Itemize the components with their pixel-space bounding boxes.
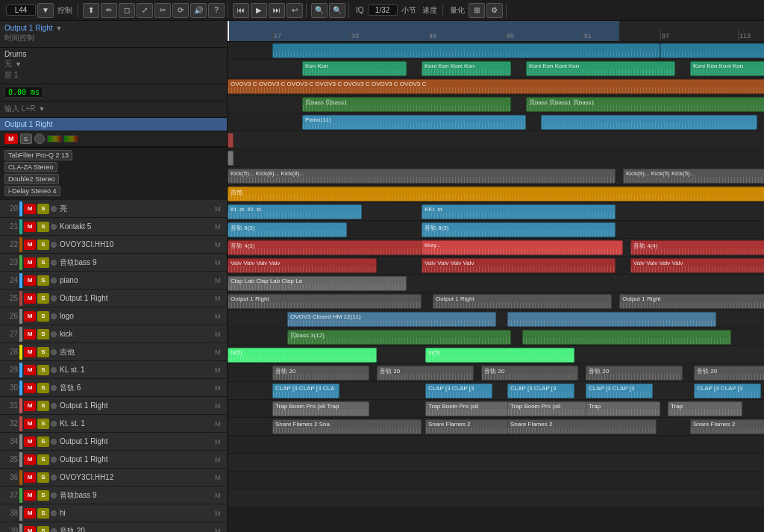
clip[interactable]: Clap Lab Clap Lab Clap La — [228, 276, 407, 291]
clip[interactable]: Valv Valv Valv Valv — [422, 258, 616, 273]
dropdown-btn[interactable]: ▼ — [37, 3, 54, 18]
track-row[interactable]: 26MSlogoM — [0, 307, 227, 325]
clip[interactable]: Snare Flames 2 — [690, 419, 764, 434]
track-solo-btn[interactable]: S — [37, 419, 49, 429]
clip[interactable]: Trap — [586, 401, 660, 416]
track-solo-btn[interactable]: S — [37, 526, 49, 533]
track-solo-btn[interactable]: S — [37, 311, 49, 322]
content-row[interactable]: CLAP [3 CLAP [3 CLACLAP [3 CLAP [3CLAP [… — [228, 382, 764, 400]
track-input-icon[interactable] — [51, 492, 57, 498]
clip[interactable]: hi(5) — [228, 348, 377, 363]
track-mute-btn[interactable]: M — [24, 257, 36, 268]
record-main-btn[interactable] — [34, 134, 45, 144]
track-solo-btn[interactable]: S — [37, 383, 49, 393]
track-input-icon[interactable] — [51, 278, 57, 284]
content-row[interactable]: hi(5)hi(5) — [228, 346, 764, 364]
track-mute-btn[interactable]: M — [24, 383, 36, 393]
track-input-icon[interactable] — [51, 331, 57, 337]
track-input-icon[interactable] — [51, 510, 57, 516]
content-row[interactable]: OVOV3 Closed HM 12(11) — [228, 310, 764, 328]
track-input-icon[interactable] — [51, 475, 57, 481]
track-display[interactable]: L44 — [6, 4, 36, 16]
track-row[interactable]: 39MS音轨 20M — [0, 522, 227, 532]
clip[interactable]: Output 1 Right — [619, 294, 764, 309]
track-input-icon[interactable] — [51, 385, 57, 391]
track-input-icon[interactable] — [51, 403, 57, 409]
track-mute-btn[interactable]: M — [24, 365, 36, 375]
content-row[interactable] — [228, 149, 764, 167]
track-mute-btn[interactable]: M — [24, 526, 36, 533]
bounce-tool-btn[interactable]: ⟳ — [172, 3, 189, 18]
content-row[interactable]: Kon KonKoni Kon Koni KonKoni Kon Koni Ko… — [228, 60, 764, 78]
track-input-icon[interactable] — [51, 242, 57, 248]
track-mute-btn[interactable]: M — [24, 490, 36, 501]
clip[interactable]: kkzy... — [422, 240, 623, 255]
clip[interactable] — [522, 330, 731, 345]
content-row[interactable]: Output 1 RightOutput 1 RightOutput 1 Rig… — [228, 292, 764, 310]
clip[interactable]: 音轨 4(3) — [228, 240, 451, 255]
track-input-icon[interactable] — [51, 313, 57, 319]
track-mute-btn[interactable]: M — [24, 472, 36, 483]
track-input-icon[interactable] — [51, 439, 57, 445]
track-solo-btn[interactable]: S — [37, 401, 49, 411]
track-solo-btn[interactable]: S — [37, 222, 49, 232]
clip[interactable]: 音轨 20 — [377, 366, 474, 381]
clip[interactable]: Koni Kon Koni Kon — [526, 61, 675, 76]
content-row[interactable]: Kick(5)... Kick(8)... Kick(8)...Kick(8).… — [228, 167, 764, 185]
plugin-name-label[interactable]: CLA-ZA Stereo — [4, 162, 57, 172]
forward-skip-btn[interactable]: ⏭ — [269, 3, 285, 18]
play-btn[interactable]: ▶ — [251, 3, 267, 18]
track-input-icon[interactable] — [51, 421, 57, 427]
track-solo-btn[interactable]: S — [37, 347, 49, 357]
content-row[interactable]: 吉他 — [228, 185, 764, 203]
clip[interactable]: CLAP [3 CLAP [3 — [425, 384, 492, 398]
clip[interactable]: Koni Kon Koni Kon — [690, 61, 764, 76]
track-input-icon[interactable] — [51, 295, 57, 301]
content-row[interactable] — [228, 436, 764, 454]
delay-value[interactable]: 0.00 ms — [4, 87, 43, 98]
track-row[interactable]: 36MSOVOY3Cl.HH12M — [0, 469, 227, 486]
mute-main-btn[interactable]: M — [4, 134, 18, 144]
clip[interactable]: 吉他 — [228, 187, 764, 201]
track-solo-btn[interactable]: S — [37, 454, 49, 465]
clip[interactable]: 贝bass 贝bass1 — [302, 97, 511, 112]
track-mute-btn[interactable]: M — [24, 204, 36, 214]
track-input-icon[interactable] — [51, 224, 57, 230]
paint-tool-btn[interactable]: ⤢ — [137, 3, 153, 18]
clip[interactable] — [541, 115, 757, 130]
track-solo-btn[interactable]: S — [37, 490, 49, 501]
pencil-tool-btn[interactable]: ✏ — [101, 3, 117, 18]
plugin-name-label[interactable]: Double2 Stereo — [4, 174, 59, 184]
track-mute-btn[interactable]: M — [24, 436, 36, 447]
loop-btn[interactable]: ↩ — [286, 3, 303, 18]
input-dropdown[interactable]: ▼ — [38, 105, 45, 113]
clip[interactable]: Snare Flames 2 — [507, 419, 657, 434]
content-row[interactable] — [228, 42, 764, 60]
track-input-icon[interactable] — [51, 528, 57, 533]
clip[interactable]: 贝bass 3(12) — [287, 330, 511, 345]
settings-btn[interactable]: ⚙ — [486, 3, 503, 18]
zoom-in-btn[interactable]: 🔍 — [311, 3, 328, 18]
track-row[interactable]: 35MSOutput 1 RightM — [0, 451, 227, 469]
clip[interactable] — [507, 312, 716, 327]
content-row[interactable] — [228, 472, 764, 489]
clip[interactable]: 贝bass 贝bass1 贝bass1 — [526, 97, 764, 112]
track-input-icon[interactable] — [51, 349, 57, 355]
track-row[interactable]: 30MS音轨 6M — [0, 379, 227, 397]
content-row[interactable]: Clap Lab Clap Lab Clap La — [228, 275, 764, 292]
track-solo-btn[interactable]: S — [37, 293, 49, 304]
track-row[interactable]: 32MSKt. st. 1M — [0, 415, 227, 433]
time-display[interactable]: 1/32 — [368, 4, 398, 16]
clip[interactable]: CLAP [3 CLAP [3 — [507, 384, 574, 398]
clip[interactable]: Trap Boom Pro (x8 Trap — [272, 401, 369, 416]
track-solo-btn[interactable]: S — [37, 365, 49, 375]
track-mute-btn[interactable]: M — [24, 275, 36, 286]
track-row[interactable]: 24MSpianoM — [0, 272, 227, 290]
content-row[interactable]: 贝bass 贝bass1贝bass 贝bass1 贝bass1贝bass — [228, 96, 764, 113]
grid-view-btn[interactable]: ⊞ — [469, 3, 485, 18]
content-row[interactable]: 贝bass 3(12) — [228, 328, 764, 346]
rewind-btn[interactable]: ⏮ — [233, 3, 249, 18]
plugin-name-label[interactable]: i-Delay Stereo 4 — [4, 186, 60, 196]
track-input-icon[interactable] — [51, 367, 57, 373]
help-tool-btn[interactable]: ? — [208, 3, 225, 18]
